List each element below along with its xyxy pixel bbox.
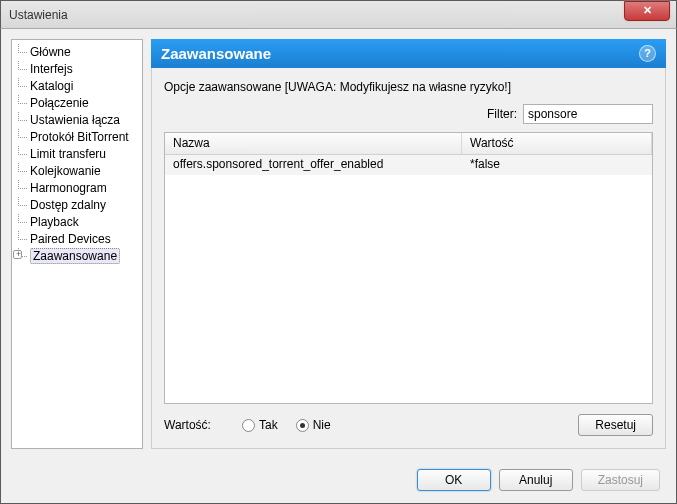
cancel-button[interactable]: Anuluj (499, 469, 573, 491)
tree-item-label: Limit transferu (30, 147, 106, 161)
tree-item-label: Dostęp zdalny (30, 198, 106, 212)
tree-item-label: Zaawansowane (30, 248, 120, 264)
expand-icon[interactable]: + (13, 250, 22, 259)
ok-button[interactable]: OK (417, 469, 491, 491)
radio-yes[interactable]: Tak (242, 418, 278, 432)
tree-item[interactable]: Kolejkowanie (12, 163, 142, 180)
tree-item[interactable]: +Zaawansowane (12, 248, 142, 265)
table-row[interactable]: offers.sponsored_torrent_offer_enabled *… (165, 155, 652, 175)
tree-item-label: Harmonogram (30, 181, 107, 195)
radio-no-label: Nie (313, 418, 331, 432)
warning-text: Opcje zaawansowane [UWAGA: Modyfikujesz … (164, 80, 653, 94)
radio-yes-label: Tak (259, 418, 278, 432)
tree-item-label: Playback (30, 215, 79, 229)
col-name[interactable]: Nazwa (165, 133, 462, 154)
col-value[interactable]: Wartość (462, 133, 652, 154)
tree-item[interactable]: Paired Devices (12, 231, 142, 248)
row-name: offers.sponsored_torrent_offer_enabled (165, 155, 462, 175)
tree-item[interactable]: Dostęp zdalny (12, 197, 142, 214)
close-button[interactable]: ✕ (624, 1, 670, 21)
tree-item-label: Protokół BitTorrent (30, 130, 129, 144)
filter-input[interactable] (523, 104, 653, 124)
radio-yes-icon (242, 419, 255, 432)
tree-item[interactable]: Limit transferu (12, 146, 142, 163)
tree-item[interactable]: Ustawienia łącza (12, 112, 142, 129)
reset-button[interactable]: Resetuj (578, 414, 653, 436)
apply-button: Zastosuj (581, 469, 660, 491)
tree-item-label: Połączenie (30, 96, 89, 110)
titlebar: Ustawienia ✕ (0, 0, 677, 28)
radio-no[interactable]: Nie (296, 418, 331, 432)
category-tree[interactable]: GłówneInterfejsKatalogiPołączenieUstawie… (11, 39, 143, 449)
tree-item-label: Interfejs (30, 62, 73, 76)
help-icon[interactable]: ? (639, 45, 656, 62)
tree-item-label: Kolejkowanie (30, 164, 101, 178)
tree-item-label: Ustawienia łącza (30, 113, 120, 127)
tree-item[interactable]: Interfejs (12, 61, 142, 78)
tree-item-label: Paired Devices (30, 232, 111, 246)
panel-title: Zaawansowane (161, 45, 271, 62)
tree-item[interactable]: Protokół BitTorrent (12, 129, 142, 146)
tree-item-label: Katalogi (30, 79, 73, 93)
tree-item-label: Główne (30, 45, 71, 59)
tree-item[interactable]: Harmonogram (12, 180, 142, 197)
tree-item[interactable]: Główne (12, 44, 142, 61)
value-label: Wartość: (164, 418, 224, 432)
radio-no-icon (296, 419, 309, 432)
tree-item[interactable]: Katalogi (12, 78, 142, 95)
tree-item[interactable]: Połączenie (12, 95, 142, 112)
window-title: Ustawienia (9, 8, 68, 22)
settings-table[interactable]: Nazwa Wartość offers.sponsored_torrent_o… (164, 132, 653, 404)
filter-label: Filter: (487, 107, 517, 121)
panel-header: Zaawansowane ? (151, 39, 666, 68)
tree-item[interactable]: Playback (12, 214, 142, 231)
row-value: *false (462, 155, 652, 175)
